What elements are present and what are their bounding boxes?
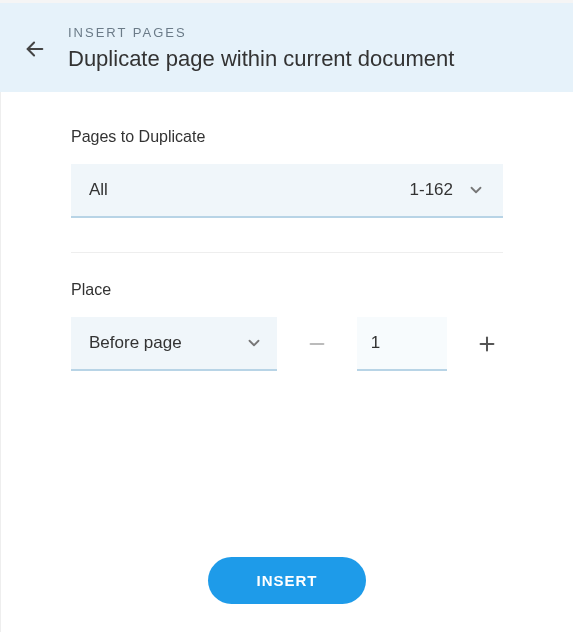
pages-selector[interactable]: All 1-162: [71, 164, 503, 218]
header-title: Duplicate page within current document: [68, 46, 454, 72]
plus-icon: [476, 333, 498, 355]
divider: [71, 252, 503, 253]
increment-button[interactable]: [471, 327, 503, 361]
minus-icon: [306, 333, 328, 355]
header-eyebrow: INSERT PAGES: [68, 25, 454, 40]
insert-button[interactable]: INSERT: [208, 557, 365, 604]
dialog-header: INSERT PAGES Duplicate page within curre…: [0, 3, 573, 92]
pages-range-text: 1-162: [410, 180, 453, 200]
arrow-left-icon: [24, 38, 46, 60]
back-button[interactable]: [20, 34, 50, 64]
chevron-down-icon: [467, 181, 485, 199]
pages-selection-text: All: [89, 180, 108, 200]
place-label: Place: [71, 281, 503, 299]
place-position-selector[interactable]: Before page: [71, 317, 277, 371]
page-number-input[interactable]: [357, 317, 447, 371]
chevron-down-icon: [245, 334, 263, 352]
pages-to-duplicate-label: Pages to Duplicate: [71, 128, 503, 146]
decrement-button[interactable]: [301, 327, 333, 361]
place-position-text: Before page: [89, 333, 182, 353]
